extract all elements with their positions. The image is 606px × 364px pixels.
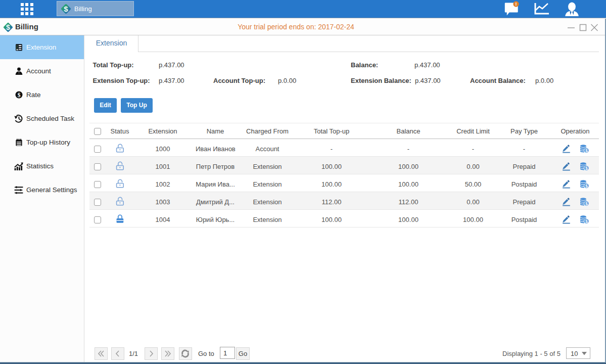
svg-text:$: $	[585, 184, 588, 189]
svg-text:$: $	[585, 166, 588, 171]
svg-text:!: !	[516, 2, 517, 7]
svg-text:$: $	[585, 219, 588, 224]
svg-text:$: $	[585, 201, 588, 206]
svg-text:$: $	[18, 92, 21, 98]
svg-text:$: $	[64, 5, 68, 13]
svg-text:$: $	[585, 148, 588, 153]
